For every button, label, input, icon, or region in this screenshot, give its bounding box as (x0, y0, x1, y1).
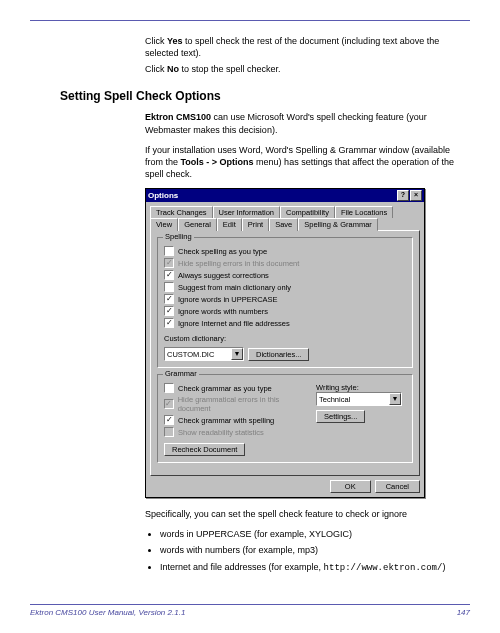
chk-row: Ignore Internet and file addresses (164, 318, 406, 328)
text: Internet and file addresses (for example… (160, 562, 324, 572)
tab-general[interactable]: General (178, 218, 217, 231)
chk-label: Show readability statistics (178, 428, 264, 437)
grammar-group-title: Grammar (163, 369, 199, 378)
url-code: http://www.ektron.com/ (324, 563, 443, 573)
chk-label: Ignore Internet and file addresses (178, 319, 290, 328)
titlebar: Options ? × (146, 189, 424, 202)
tab-content: Spelling Check spelling as you type Hide… (150, 230, 420, 476)
text: to stop the spell checker. (179, 64, 281, 74)
chk-label: Ignore words in UPPERCASE (178, 295, 278, 304)
options-dialog-screenshot: Options ? × Track Changes User Informati… (145, 188, 470, 498)
checkbox[interactable] (164, 306, 174, 316)
list-item: words with numbers (for example, mp3) (160, 544, 470, 556)
intro-line-2: Click No to stop the spell checker. (145, 63, 470, 75)
chevron-down-icon[interactable]: ▼ (231, 348, 243, 360)
intro-line-1: Click Yes to spell check the rest of the… (145, 35, 470, 59)
tab-track-changes[interactable]: Track Changes (150, 206, 213, 218)
yes-bold: Yes (167, 36, 183, 46)
intro-block: Click Yes to spell check the rest of the… (145, 35, 470, 75)
tab-user-information[interactable]: User Information (213, 206, 280, 218)
chk-row: Check grammar with spelling (164, 415, 308, 425)
page-footer: Ektron CMS100 User Manual, Version 2.1.1… (30, 604, 470, 617)
header-rule (30, 20, 470, 21)
bullet-list: words in UPPERCASE (for example, XYLOGIC… (160, 528, 470, 573)
checkbox[interactable] (164, 246, 174, 256)
list-item: Internet and file addresses (for example… (160, 561, 470, 574)
writing-style-combo[interactable]: Technical ▼ (316, 392, 402, 406)
help-button[interactable]: ? (397, 190, 409, 201)
writing-style-value: Technical (319, 395, 350, 404)
text: Click (145, 36, 167, 46)
chk-label: Check grammar with spelling (178, 416, 274, 425)
section-heading: Setting Spell Check Options (60, 89, 470, 103)
checkbox (164, 258, 174, 268)
chk-row: Show readability statistics (164, 427, 308, 437)
checkbox[interactable] (164, 318, 174, 328)
checkbox[interactable] (164, 294, 174, 304)
text: ) (442, 562, 445, 572)
body-p2: If your installation uses Word, Word's S… (145, 144, 470, 180)
list-item: words in UPPERCASE (for example, XYLOGIC… (160, 528, 470, 540)
after-dialog-text: Specifically, you can set the spell chec… (145, 508, 470, 520)
text: Click (145, 64, 167, 74)
grammar-right: Writing style: Technical ▼ Settings... (316, 383, 406, 456)
tab-save[interactable]: Save (269, 218, 298, 231)
tabs-area: Track Changes User Information Compatibi… (146, 202, 424, 476)
chk-label: Hide spelling errors in this document (178, 259, 299, 268)
chk-row: Suggest from main dictionary only (164, 282, 406, 292)
chk-label: Hide grammatical errors in this document (178, 395, 308, 413)
chk-label: Check spelling as you type (178, 247, 267, 256)
tab-edit[interactable]: Edit (217, 218, 242, 231)
footer-title: Ektron CMS100 User Manual, Version 2.1.1 (30, 608, 185, 617)
chk-label: Always suggest corrections (178, 271, 269, 280)
tab-view[interactable]: View (150, 218, 178, 231)
tab-row-back: Track Changes User Information Compatibi… (150, 206, 420, 218)
custom-dictionary-row: Custom dictionary: CUSTOM.DIC ▼ Dictiona… (164, 334, 406, 361)
chk-row: Ignore words in UPPERCASE (164, 294, 406, 304)
product-name: Ektron CMS100 (145, 112, 211, 122)
after-dialog-p: Specifically, you can set the spell chec… (145, 508, 470, 520)
menu-path: Tools - > Options (181, 157, 254, 167)
checkbox[interactable] (164, 282, 174, 292)
grammar-group: Grammar Check grammar as you type Hide g… (157, 374, 413, 463)
dict-combo[interactable]: CUSTOM.DIC ▼ (164, 347, 244, 361)
close-button[interactable]: × (410, 190, 422, 201)
text: to spell check the rest of the document … (145, 36, 439, 58)
dictionaries-button[interactable]: Dictionaries... (248, 348, 309, 361)
settings-button[interactable]: Settings... (316, 410, 365, 423)
tab-spelling-grammar[interactable]: Spelling & Grammar (298, 218, 378, 231)
chk-row: Check grammar as you type (164, 383, 308, 393)
dialog-title: Options (148, 191, 178, 200)
chk-label: Suggest from main dictionary only (178, 283, 291, 292)
spelling-group: Spelling Check spelling as you type Hide… (157, 237, 413, 368)
grammar-left: Check grammar as you type Hide grammatic… (164, 383, 308, 456)
cancel-button[interactable]: Cancel (375, 480, 420, 493)
chevron-down-icon[interactable]: ▼ (389, 393, 401, 405)
tab-print[interactable]: Print (242, 218, 269, 231)
chk-label: Check grammar as you type (178, 384, 272, 393)
chk-row: Check spelling as you type (164, 246, 406, 256)
dialog-button-bar: OK Cancel (146, 476, 424, 497)
options-dialog: Options ? × Track Changes User Informati… (145, 188, 425, 498)
chk-row: Always suggest corrections (164, 270, 406, 280)
chk-row: Hide spelling errors in this document (164, 258, 406, 268)
chk-label: Ignore words with numbers (178, 307, 268, 316)
writing-style-label: Writing style: (316, 383, 406, 392)
chk-row: Hide grammatical errors in this document (164, 395, 308, 413)
checkbox (164, 427, 174, 437)
dict-label: Custom dictionary: (164, 334, 406, 343)
spelling-group-title: Spelling (163, 232, 194, 241)
checkbox[interactable] (164, 415, 174, 425)
body-block: Ektron CMS100 can use Microsoft Word's s… (145, 111, 470, 180)
checkbox[interactable] (164, 383, 174, 393)
tab-file-locations[interactable]: File Locations (335, 206, 393, 218)
recheck-document-button[interactable]: Recheck Document (164, 443, 245, 456)
page-number: 147 (457, 608, 470, 617)
checkbox (164, 399, 174, 409)
tab-compatibility[interactable]: Compatibility (280, 206, 335, 218)
ok-button[interactable]: OK (330, 480, 371, 493)
checkbox[interactable] (164, 270, 174, 280)
titlebar-buttons: ? × (397, 190, 422, 201)
chk-row: Ignore words with numbers (164, 306, 406, 316)
no-bold: No (167, 64, 179, 74)
